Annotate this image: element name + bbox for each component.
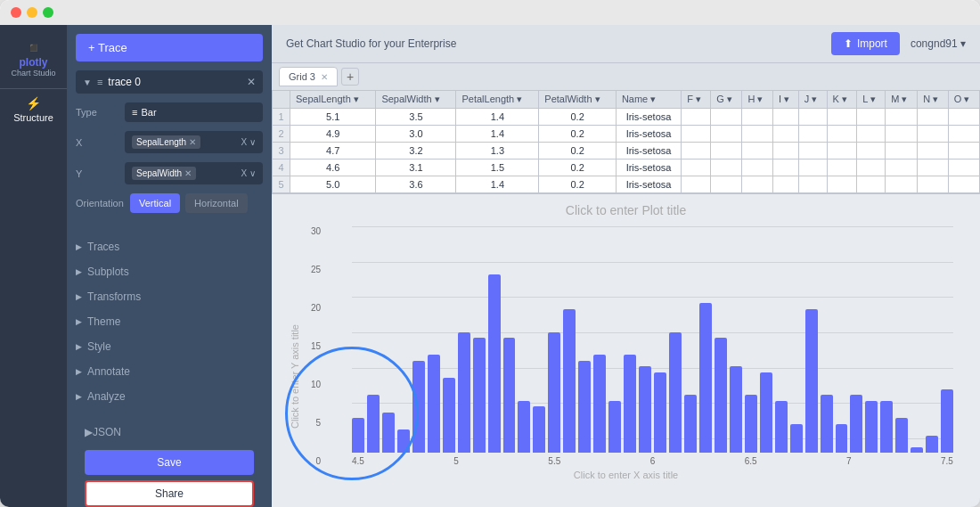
grid-tab[interactable]: Grid 3 ✕ [279,67,338,86]
table-cell-empty[interactable] [772,126,798,143]
col-header-h[interactable]: H ▾ [742,91,772,109]
table-cell-empty[interactable] [798,143,827,159]
table-cell-empty[interactable] [918,143,948,159]
table-cell-empty[interactable] [682,109,711,126]
close-button[interactable] [11,7,21,18]
table-cell-empty[interactable] [742,159,772,176]
table-cell-empty[interactable] [798,159,827,176]
table-cell-empty[interactable] [711,159,742,176]
table-cell-empty[interactable] [772,159,798,176]
table-cell-empty[interactable] [682,176,711,193]
trace-close-button[interactable]: ✕ [247,76,256,88]
table-cell-empty[interactable] [886,159,918,176]
table-cell-empty[interactable] [742,109,772,126]
table-cell-empty[interactable] [886,109,918,126]
import-button[interactable]: ⬆ Import [831,32,900,55]
y-value[interactable]: SepalWidth ✕ X ∨ [125,162,263,184]
col-header-m[interactable]: M ▾ [886,91,918,109]
horizontal-button[interactable]: Horizontal [185,193,248,213]
table-cell-empty[interactable] [857,176,886,193]
table-cell-empty[interactable] [918,159,948,176]
table-cell-empty[interactable] [711,126,742,143]
add-grid-button[interactable]: + [341,68,359,86]
table-cell-empty[interactable] [857,143,886,159]
x-tag-remove[interactable]: ✕ [189,137,196,147]
json-item[interactable]: ▶ JSON [76,420,263,445]
table-cell-empty[interactable] [772,143,798,159]
table-cell[interactable]: 3.0 [376,126,456,143]
table-cell-empty[interactable] [948,176,979,193]
table-cell-empty[interactable] [711,143,742,159]
col-header-o[interactable]: O ▾ [948,91,979,109]
x-dropdown[interactable]: X ∨ [241,137,256,147]
table-cell[interactable]: 1.4 [456,109,539,126]
table-cell-empty[interactable] [948,126,979,143]
col-header-j[interactable]: J ▾ [798,91,827,109]
table-cell-empty[interactable] [772,176,798,193]
table-cell[interactable]: Iris-setosa [616,126,681,143]
table-cell[interactable]: 3.1 [376,159,456,176]
table-cell-empty[interactable] [711,109,742,126]
share-button[interactable]: Share [85,480,254,507]
col-header-petal-length[interactable]: PetalLength ▾ [456,91,539,109]
table-cell[interactable]: 1.4 [456,126,539,143]
table-cell-empty[interactable] [827,126,857,143]
col-header-name[interactable]: Name ▾ [616,91,681,109]
table-cell-empty[interactable] [798,176,827,193]
table-cell-empty[interactable] [857,126,886,143]
table-cell[interactable]: Iris-setosa [616,143,681,159]
table-cell-empty[interactable] [772,109,798,126]
table-cell-empty[interactable] [827,176,857,193]
table-cell-empty[interactable] [827,109,857,126]
vertical-button[interactable]: Vertical [130,193,180,213]
table-cell-empty[interactable] [742,143,772,159]
grid-tab-close[interactable]: ✕ [321,72,328,82]
table-cell[interactable]: 3.5 [376,109,456,126]
table-cell-empty[interactable] [711,176,742,193]
table-cell[interactable]: 3.2 [376,143,456,159]
table-cell[interactable]: Iris-setosa [616,109,681,126]
table-cell-empty[interactable] [798,126,827,143]
table-cell-empty[interactable] [886,176,918,193]
table-cell-empty[interactable] [742,126,772,143]
table-cell-empty[interactable] [948,159,979,176]
save-button[interactable]: Save [85,450,254,475]
table-cell[interactable]: 4.6 [290,159,376,176]
table-cell[interactable]: 1.5 [456,159,539,176]
table-cell-empty[interactable] [918,126,948,143]
table-cell[interactable]: 0.2 [539,176,617,193]
sidebar-item-transforms[interactable]: ▶ Transforms [67,284,272,309]
trace-header[interactable]: ▼ ≡ trace 0 ✕ [76,70,263,94]
table-cell-empty[interactable] [948,143,979,159]
type-value[interactable]: ≡ Bar [125,102,263,122]
col-header-petal-width[interactable]: PetalWidth ▾ [539,91,617,109]
table-cell-empty[interactable] [918,176,948,193]
table-cell-empty[interactable] [827,159,857,176]
col-header-l[interactable]: L ▾ [857,91,886,109]
table-cell[interactable]: 5.1 [290,109,376,126]
table-cell-empty[interactable] [798,109,827,126]
user-menu[interactable]: congnd91 ▾ [911,37,966,50]
sidebar-item-subplots[interactable]: ▶ Subplots [67,259,272,284]
table-cell[interactable]: 3.6 [376,176,456,193]
table-cell-empty[interactable] [742,176,772,193]
sidebar-item-style[interactable]: ▶ Style [67,334,272,359]
col-header-n[interactable]: N ▾ [918,91,948,109]
table-cell[interactable]: Iris-setosa [616,176,681,193]
table-cell[interactable]: 1.4 [456,176,539,193]
table-cell-empty[interactable] [827,143,857,159]
table-cell-empty[interactable] [948,109,979,126]
col-header-sepal-length[interactable]: SepalLength ▾ [290,91,376,109]
table-cell[interactable]: 4.7 [290,143,376,159]
table-cell[interactable]: 1.3 [456,143,539,159]
y-axis-label[interactable]: Click to enter Y axis title [290,288,300,466]
sidebar-item-analyze[interactable]: ▶ Analyze [67,384,272,409]
x-axis-label[interactable]: Click to enter X axis title [574,470,678,480]
table-cell[interactable]: Iris-setosa [616,159,681,176]
sidebar-item-theme[interactable]: ▶ Theme [67,309,272,334]
col-header-sepal-width[interactable]: SepalWidth ▾ [376,91,456,109]
table-cell-empty[interactable] [886,126,918,143]
y-dropdown[interactable]: X ∨ [241,168,256,178]
col-header-g[interactable]: G ▾ [711,91,742,109]
sidebar-item-structure[interactable]: ⚡ Structure [0,89,67,130]
